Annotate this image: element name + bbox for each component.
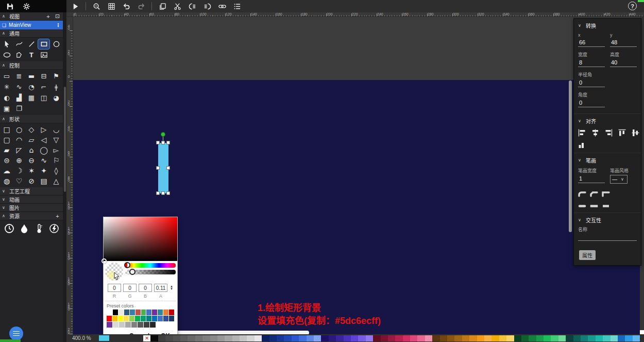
- preset-swatch[interactable]: [130, 310, 135, 315]
- shape-crescent[interactable]: ☽: [13, 166, 25, 176]
- preset-swatch[interactable]: [129, 316, 134, 321]
- shape-trapezoid[interactable]: ◁: [38, 135, 50, 145]
- palette-swatch[interactable]: [165, 335, 173, 341]
- palette-swatch[interactable]: [247, 335, 254, 341]
- shape-corner-shape[interactable]: ◸: [13, 145, 25, 155]
- tool-select[interactable]: [1, 39, 13, 50]
- preset-swatch[interactable]: [113, 322, 118, 328]
- preset-swatch[interactable]: [158, 310, 163, 315]
- tool-text[interactable]: T: [25, 50, 38, 60]
- palette-swatch[interactable]: [536, 335, 544, 341]
- control-table[interactable]: ▦: [25, 92, 38, 103]
- tool-curve[interactable]: [13, 39, 25, 50]
- palette-swatch[interactable]: [381, 335, 388, 341]
- shape-circle-cross[interactable]: ⊕: [13, 155, 25, 166]
- palette-swatch[interactable]: [529, 335, 536, 341]
- preset-swatch[interactable]: [141, 316, 146, 321]
- preset-swatch[interactable]: [141, 310, 146, 315]
- x-input[interactable]: 66: [578, 39, 605, 47]
- align-top-icon[interactable]: [618, 129, 626, 137]
- align-center-horizontal-icon[interactable]: [591, 129, 599, 137]
- resize-handle-ne[interactable]: [166, 141, 170, 144]
- resource-lightning-icon[interactable]: [48, 222, 60, 234]
- section-header-control[interactable]: ∧ 控制: [0, 61, 63, 70]
- shape-cloud[interactable]: ☁: [1, 166, 13, 176]
- palette-swatch[interactable]: [566, 335, 573, 341]
- sidebar-scrollbar[interactable]: [63, 12, 66, 342]
- section-header-stroke[interactable]: ∨ 笔画: [574, 153, 641, 166]
- control-slider[interactable]: ǂ: [50, 82, 62, 92]
- palette-swatch[interactable]: [462, 335, 469, 341]
- shape-wave[interactable]: ∿: [38, 155, 50, 166]
- save-icon[interactable]: [5, 2, 14, 11]
- palette-swatch[interactable]: [633, 335, 640, 341]
- section-header-process[interactable]: ∨ 工艺工程: [0, 187, 63, 196]
- y-input[interactable]: 48: [610, 39, 637, 47]
- preset-swatch[interactable]: [158, 316, 163, 321]
- saturation-value-field[interactable]: [104, 217, 177, 261]
- palette-swatch[interactable]: [173, 335, 180, 341]
- preset-swatch[interactable]: [138, 322, 143, 328]
- shape-chord-down[interactable]: ◡: [50, 124, 62, 135]
- rotation-handle[interactable]: [161, 132, 165, 137]
- palette-swatch[interactable]: [299, 335, 306, 341]
- preset-swatch[interactable]: [119, 322, 125, 328]
- shape-arrow-banner[interactable]: ▻: [50, 145, 62, 155]
- palette-swatch[interactable]: [351, 335, 358, 341]
- palette-swatch[interactable]: [447, 335, 454, 341]
- settings-icon[interactable]: [22, 2, 31, 11]
- hue-knob[interactable]: [124, 262, 130, 268]
- palette-swatch[interactable]: [551, 335, 558, 341]
- zoom-icon[interactable]: [92, 2, 101, 11]
- shape-ring[interactable]: ◯: [38, 145, 50, 155]
- corner-radius-input[interactable]: 0: [578, 79, 605, 87]
- shape-triangle-down[interactable]: ▽: [50, 135, 62, 145]
- resize-handle-e[interactable]: [166, 166, 170, 170]
- palette-swatch[interactable]: [581, 335, 588, 341]
- control-indicator-light[interactable]: ✳: [1, 82, 13, 92]
- preset-swatch[interactable]: [107, 316, 112, 321]
- palette-swatch[interactable]: [618, 335, 625, 341]
- undo-icon[interactable]: [122, 2, 131, 11]
- green-input[interactable]: 0: [123, 284, 137, 292]
- palette-swatch[interactable]: [210, 335, 217, 341]
- shape-triangle-right[interactable]: ▷: [38, 124, 50, 135]
- palette-swatch[interactable]: [240, 335, 247, 341]
- palette-swatch[interactable]: [269, 335, 277, 341]
- shape-dot-circle[interactable]: ◍: [1, 176, 13, 186]
- palette-swatch[interactable]: [284, 335, 291, 341]
- section-header-view[interactable]: ∧ 视图 + ⊡: [0, 12, 63, 21]
- preset-swatch[interactable]: [124, 316, 129, 321]
- current-color-swatch[interactable]: [99, 335, 109, 341]
- palette-swatch[interactable]: [544, 335, 551, 341]
- shape-parallelogram[interactable]: ▱: [25, 135, 38, 145]
- palette-swatch[interactable]: [573, 335, 581, 341]
- preset-swatch[interactable]: [169, 310, 174, 315]
- sidebar-item-mainview[interactable]: ❏ MainView ⋮: [0, 21, 63, 29]
- palette-swatch[interactable]: [195, 335, 202, 341]
- no-color-swatch[interactable]: [143, 335, 150, 341]
- control-trend-chart[interactable]: ∿: [13, 82, 25, 92]
- palette-swatch[interactable]: [388, 335, 395, 341]
- palette-swatch[interactable]: [395, 335, 402, 341]
- palette-swatch[interactable]: [255, 335, 262, 341]
- tool-image[interactable]: [38, 50, 50, 60]
- tool-ellipse[interactable]: [1, 50, 13, 60]
- preset-swatch[interactable]: [146, 310, 151, 315]
- add-resource-button[interactable]: +: [54, 213, 61, 219]
- resource-water-drop-icon[interactable]: [18, 222, 30, 234]
- stroke-style-line-butt[interactable]: [602, 202, 610, 207]
- tool-rectangle[interactable]: [38, 39, 50, 50]
- tool-circle[interactable]: [50, 39, 62, 50]
- scrollbar-thumb[interactable]: [64, 87, 66, 192]
- shape-pentagon[interactable]: ⌂: [25, 145, 38, 155]
- palette-swatch[interactable]: [410, 335, 417, 341]
- control-pie-chart[interactable]: ◕: [50, 92, 62, 103]
- control-image-box[interactable]: ▣: [1, 103, 13, 114]
- shape-rounded-square[interactable]: ▢: [1, 135, 13, 145]
- shape-heart[interactable]: ♡: [13, 176, 25, 186]
- cut-icon[interactable]: [173, 2, 182, 11]
- stroke-style-dropdown[interactable]: — ∨: [610, 175, 628, 184]
- align-right-icon[interactable]: [605, 129, 613, 137]
- control-input-field[interactable]: ▭: [1, 71, 13, 82]
